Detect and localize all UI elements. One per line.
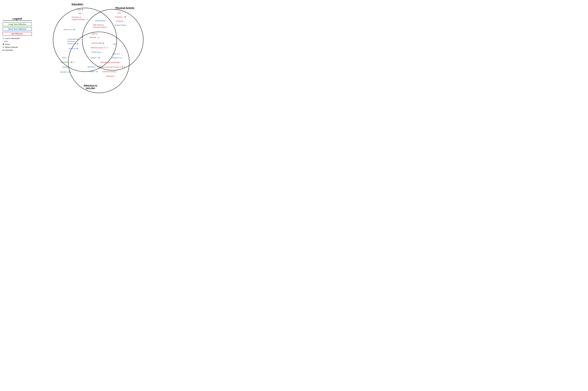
item-thrives: THRIVES ✚ ⊡ ■: [91, 42, 104, 44]
adherence-title: Adherence tocare plan: [84, 84, 97, 89]
legend-virtual: ✚Virtual: [3, 43, 32, 46]
education-title: Education: [72, 3, 83, 6]
physical-activity-title: Physical Activity: [115, 7, 134, 9]
item-praise: PRAISE ○ ⊡: [90, 36, 99, 39]
item-nailed: NAILED ○: [62, 66, 70, 68]
item-poc-ehr: Point of Care EHR Prompt ✝ ✚ ⊡: [99, 66, 125, 68]
legend-long-term: Long Term Effective: [3, 22, 32, 26]
item-ticaadom: Ticaa'dom ○ ✚: [115, 16, 126, 18]
item-stars-plus: STARS-Plus ○: [91, 51, 102, 53]
legend-title: Legend: [3, 17, 32, 21]
item-education-support: Education &Support Package ○ ⊡: [72, 16, 88, 21]
legend-written: ⊡Written materials: [3, 46, 32, 49]
item-pings: PINGS ○ ■: [89, 71, 98, 73]
item-adie: Adie et al. ○: [112, 53, 122, 55]
item-bridge: BRIDGE Stroke ✝○ ⊡: [91, 47, 108, 49]
legend-automated: ■Automated: [3, 49, 32, 52]
item-masterstroke: Masterstroke ○: [95, 20, 107, 22]
item-prevent: PREVENT ○: [106, 75, 116, 78]
item-sps3: SPS3 ○: [62, 57, 68, 59]
item-comprehensive: ComprehensiveReminderSystem ○ ⊡ ■: [67, 38, 80, 45]
item-highintensive: High-intensiveExercise Program ○: [93, 24, 108, 28]
legend-not-effective: Not Effective: [3, 32, 32, 36]
item-srp: SRP ○: [113, 43, 118, 45]
item-deserve: DESERVE ○ ✚ ⊡: [61, 61, 74, 64]
venn-svg: [34, 1, 145, 97]
item-outreach: Outreach Nursing ○: [102, 71, 117, 73]
legend: Legend Long Term Effective Short Term Ef…: [3, 17, 32, 52]
page-container: Legend Long Term Effective Short Term Ef…: [0, 0, 147, 98]
item-exstroke: ExStroke ○: [116, 20, 125, 22]
svg-point-1: [82, 9, 143, 70]
item-inspire: INSPIRE-TMS ○: [60, 71, 73, 73]
item-kim: Kim et al. ✚: [69, 47, 78, 50]
item-last: LAST ○: [117, 12, 123, 14]
legend-short-term: Short Term Effective: [3, 27, 32, 31]
legend-level2: ✝Level 2 intervention: [3, 37, 32, 40]
legend-live: ○Live: [3, 40, 32, 43]
item-feldman: Feldman et al. ○: [111, 57, 123, 59]
legend-icons: ✝Level 2 intervention ○Live ✚Virtual ⊡Wr…: [3, 37, 32, 52]
item-dmp: DMP ⊡: [92, 33, 97, 35]
item-icmp: ICMP ✚: [77, 9, 83, 11]
item-denny: Denny et al. ✚: [64, 28, 75, 31]
item-aerobic-rehab: Aerobic Rehab ○: [114, 24, 127, 26]
venn-diagram: Education Physical Activity Adherence to…: [34, 1, 145, 97]
item-sep: SEP ○: [78, 13, 83, 15]
item-motivational: Motivational Interviewing ○: [100, 61, 121, 64]
item-smart: SMART ○ ✚: [91, 57, 100, 59]
